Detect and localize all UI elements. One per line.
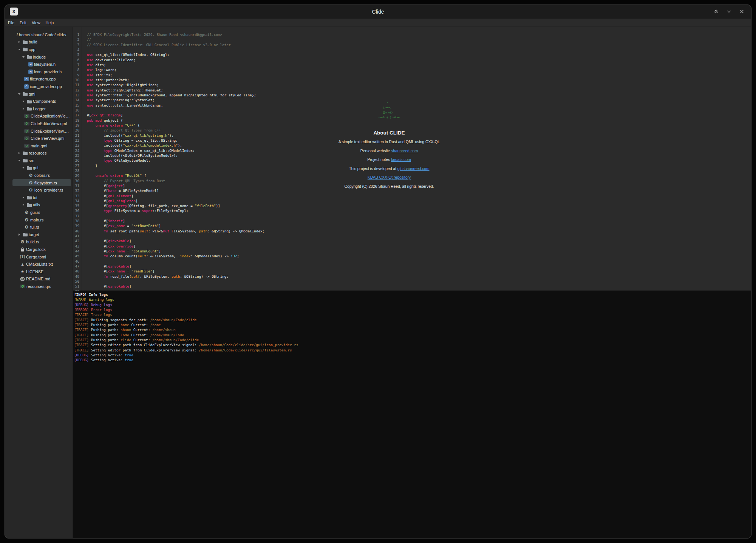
menu-item-file[interactable]: File xyxy=(6,20,17,26)
line-number: 34 xyxy=(73,198,79,203)
line-number: 35 xyxy=(73,203,79,208)
tree-item-resources.qrc[interactable]: Qtresources.qrc xyxy=(12,283,71,290)
tree-item-CMakeLists.txt[interactable]: ▲CMakeLists.txt xyxy=(12,260,71,268)
tree-item-tui[interactable]: tui xyxy=(12,194,71,201)
tree-item-icon_provider.rs[interactable]: ⚙icon_provider.rs xyxy=(12,186,71,194)
close-button[interactable] xyxy=(739,8,745,15)
tree-item-label: Components xyxy=(33,99,56,104)
log-line: [DEBUG] Setting active: true xyxy=(74,353,751,357)
tree-item-LICENSE[interactable]: ★LICENSE xyxy=(12,268,71,275)
chevron-down-icon[interactable] xyxy=(18,49,23,50)
tree-item-build.rs[interactable]: ⚙build.rs xyxy=(12,238,71,246)
tree-item-label: filesystem.rs xyxy=(34,181,57,185)
tree-item-Logger[interactable]: Logger xyxy=(12,105,71,113)
clide-window: X Clide FileEditViewHelp / home/ shaun/ … xyxy=(5,5,751,538)
shade-button[interactable] xyxy=(713,8,719,15)
tree-item-include[interactable]: include xyxy=(12,53,71,61)
tree-item-cpp[interactable]: cpp xyxy=(12,46,71,53)
tree-item-colors.rs[interactable]: ⚙colors.rs xyxy=(12,172,71,179)
tree-item-ClideEditorView.qml[interactable]: QtClideEditorView.qml xyxy=(12,120,71,127)
tree-item-label: CMakeLists.txt xyxy=(26,262,53,266)
menu-item-help[interactable]: Help xyxy=(43,20,56,26)
window-title: Clide xyxy=(5,9,751,15)
line-number: 24 xyxy=(73,148,79,153)
chevron-right-icon[interactable] xyxy=(18,152,23,154)
tree-item-Components[interactable]: Components xyxy=(12,97,71,105)
rust-file-icon: ⚙ xyxy=(28,188,33,193)
tree-item-main.rs[interactable]: ⚙main.rs xyxy=(12,216,71,224)
folder-icon xyxy=(23,158,28,163)
link-git.shaunreed.com[interactable]: git.shaunreed.com xyxy=(397,167,430,171)
tree-item-target[interactable]: target xyxy=(12,231,71,238)
tree-item-icon_provider.cpp[interactable]: Cicon_provider.cpp xyxy=(12,83,71,90)
code-line: use syntect::html::{IncludeBackground, a… xyxy=(87,93,751,97)
tree-item-filesystem.rs[interactable]: ⚙filesystem.rs xyxy=(12,179,71,187)
chevron-down-icon[interactable] xyxy=(22,56,27,58)
log-panel[interactable]: [INFO] Info logs[WARN] Warning logs[DEBU… xyxy=(73,291,751,538)
log-line: [WARN] Warning logs xyxy=(74,297,751,302)
tree-item-label: colors.rs xyxy=(34,173,50,178)
titlebar[interactable]: X Clide xyxy=(5,5,751,19)
menu-item-edit[interactable]: Edit xyxy=(17,20,29,26)
window-controls xyxy=(713,8,745,15)
link-shaunreed.com[interactable]: shaunreed.com xyxy=(391,149,418,153)
chevron-right-icon[interactable] xyxy=(18,234,23,236)
tree-item-label: main.qml xyxy=(31,144,47,148)
tree-item-README.md[interactable]: M↓README.md xyxy=(12,275,71,283)
tree-item-icon_provider.h[interactable]: Hicon_provider.h xyxy=(12,68,71,76)
code-line: #[cxx_override] xyxy=(87,244,751,249)
tree-item-label: resources.qrc xyxy=(26,284,51,289)
tree-item-label: Cargo.lock xyxy=(26,247,46,252)
code-editor[interactable]: 1234567891011121314151617181920212223242… xyxy=(73,27,751,291)
link-kdab-cxx-qt-repository[interactable]: KDAB CXX-Qt repository xyxy=(368,175,411,179)
tree-item-ClideApplicationView.qml[interactable]: QtClideApplicationView.qml xyxy=(12,113,71,120)
link-knoats.com[interactable]: knoats.com xyxy=(391,158,411,162)
line-number: 23 xyxy=(73,143,79,148)
line-number: 6 xyxy=(73,57,79,62)
tree-item-build[interactable]: build xyxy=(12,39,71,46)
tree-item-filesystem.cpp[interactable]: Cfilesystem.cpp xyxy=(12,76,71,83)
line-number: 33 xyxy=(73,193,79,198)
tree-item-main.qml[interactable]: Qtmain.qml xyxy=(12,142,71,150)
line-number: 22 xyxy=(73,138,79,143)
tree-item-gui.rs[interactable]: ⚙gui.rs xyxy=(12,209,71,216)
chevron-right-icon[interactable] xyxy=(22,204,27,206)
chevron-down-icon[interactable] xyxy=(22,167,27,169)
tree-item-gui[interactable]: gui xyxy=(12,164,71,172)
tree-item-tui.rs[interactable]: ⚙tui.rs xyxy=(12,223,71,231)
code-line: #[qml_singleton] xyxy=(87,198,751,203)
tree-item-Cargo.toml[interactable]: [T]Cargo.toml xyxy=(12,253,71,261)
tree-item-qml[interactable]: qml xyxy=(12,90,71,98)
chevron-right-icon[interactable] xyxy=(22,196,27,199)
tree-item-label: tui xyxy=(33,195,37,200)
tree-item-resources[interactable]: resources xyxy=(12,150,71,157)
tree-item-Cargo.lock[interactable]: Cargo.lock xyxy=(12,246,71,253)
about-text: This project is developed at xyxy=(349,167,397,171)
tree-item-ClideTreeView.qml[interactable]: QtClideTreeView.qml xyxy=(12,135,71,142)
tree-item-utils[interactable]: utils xyxy=(12,201,71,209)
tree-item-label: icon_provider.rs xyxy=(34,188,63,192)
rust-file-icon: ⚙ xyxy=(20,240,25,244)
tree-item-label: src xyxy=(29,158,34,163)
chevron-right-icon[interactable] xyxy=(18,41,23,43)
tree-item-label: icon_provider.cpp xyxy=(30,84,62,89)
line-number: 36 xyxy=(73,208,79,213)
tree-item-src[interactable]: src xyxy=(12,157,71,164)
chevron-right-icon[interactable] xyxy=(22,108,27,110)
menu-item-view[interactable]: View xyxy=(29,20,43,26)
chevron-down-icon[interactable] xyxy=(18,93,23,95)
rust-file-icon: ⚙ xyxy=(28,180,33,185)
code-line: #[qinvokable] xyxy=(87,284,751,289)
chevron-right-icon[interactable] xyxy=(22,100,27,102)
line-number: 2 xyxy=(73,37,79,42)
minimize-button[interactable] xyxy=(726,8,732,15)
chevron-down-icon[interactable] xyxy=(18,160,23,161)
rust-file-icon: ⚙ xyxy=(28,173,33,178)
tree-item-label: build xyxy=(29,40,37,44)
qt-file-icon: Qt xyxy=(24,144,29,148)
tree-item-ClideExplorerView.qml[interactable]: QtClideExplorerView.qml xyxy=(12,127,71,135)
folder-icon xyxy=(23,151,28,156)
tree-item-filesystem.h[interactable]: Hfilesystem.h xyxy=(12,60,71,68)
log-line: [TRACE] Trace logs xyxy=(74,312,751,317)
line-number: 8 xyxy=(73,67,79,72)
